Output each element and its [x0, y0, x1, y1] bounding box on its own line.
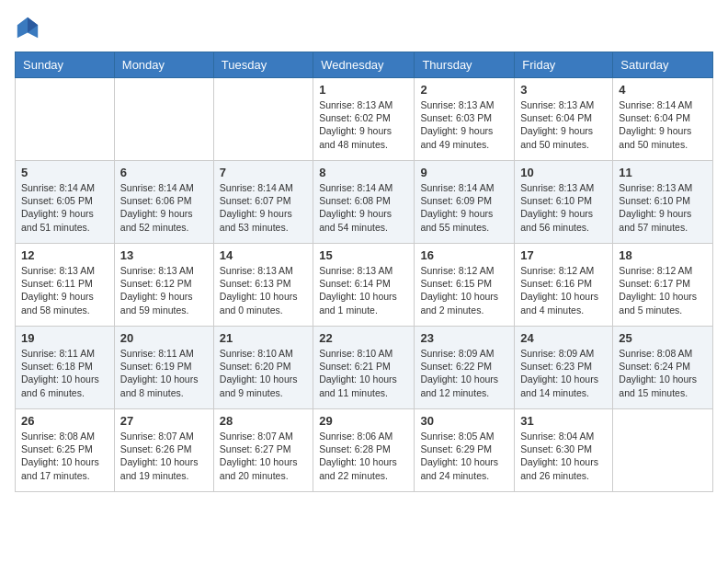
- day-info: Sunrise: 8:13 AM Sunset: 6:12 PM Dayligh…: [120, 264, 208, 316]
- day-number: 5: [21, 166, 108, 179]
- calendar-day-header: Thursday: [415, 52, 515, 78]
- logo-icon: [15, 15, 40, 40]
- calendar-cell: [613, 409, 713, 492]
- calendar-cell: 10Sunrise: 8:13 AM Sunset: 6:10 PM Dayli…: [515, 161, 613, 244]
- calendar-week-row: 26Sunrise: 8:08 AM Sunset: 6:25 PM Dayli…: [16, 409, 713, 492]
- calendar-cell: 27Sunrise: 8:07 AM Sunset: 6:26 PM Dayli…: [114, 409, 213, 492]
- day-number: 1: [319, 83, 408, 97]
- day-info: Sunrise: 8:11 AM Sunset: 6:19 PM Dayligh…: [120, 347, 208, 399]
- calendar-cell: 12Sunrise: 8:13 AM Sunset: 6:11 PM Dayli…: [16, 244, 115, 327]
- calendar-cell: 2Sunrise: 8:13 AM Sunset: 6:03 PM Daylig…: [415, 78, 515, 161]
- calendar-cell: 25Sunrise: 8:08 AM Sunset: 6:24 PM Dayli…: [613, 327, 713, 409]
- day-info: Sunrise: 8:04 AM Sunset: 6:30 PM Dayligh…: [520, 430, 607, 482]
- calendar-day-header: Tuesday: [213, 52, 313, 78]
- calendar-cell: 24Sunrise: 8:09 AM Sunset: 6:23 PM Dayli…: [515, 327, 613, 409]
- day-info: Sunrise: 8:08 AM Sunset: 6:25 PM Dayligh…: [21, 430, 108, 482]
- day-number: 11: [619, 166, 707, 179]
- day-info: Sunrise: 8:14 AM Sunset: 6:06 PM Dayligh…: [120, 181, 208, 234]
- day-info: Sunrise: 8:14 AM Sunset: 6:08 PM Dayligh…: [319, 181, 408, 234]
- calendar-cell: 8Sunrise: 8:14 AM Sunset: 6:08 PM Daylig…: [313, 161, 415, 244]
- day-info: Sunrise: 8:12 AM Sunset: 6:15 PM Dayligh…: [420, 264, 508, 316]
- day-info: Sunrise: 8:13 AM Sunset: 6:13 PM Dayligh…: [220, 264, 307, 316]
- day-number: 20: [120, 331, 208, 345]
- day-info: Sunrise: 8:13 AM Sunset: 6:04 PM Dayligh…: [520, 98, 607, 151]
- day-info: Sunrise: 8:13 AM Sunset: 6:10 PM Dayligh…: [520, 181, 607, 234]
- calendar-cell: 14Sunrise: 8:13 AM Sunset: 6:13 PM Dayli…: [213, 244, 313, 327]
- calendar-header-row: SundayMondayTuesdayWednesdayThursdayFrid…: [16, 52, 713, 78]
- calendar-week-row: 5Sunrise: 8:14 AM Sunset: 6:05 PM Daylig…: [16, 161, 713, 244]
- calendar-cell: 30Sunrise: 8:05 AM Sunset: 6:29 PM Dayli…: [415, 409, 515, 492]
- day-info: Sunrise: 8:13 AM Sunset: 6:02 PM Dayligh…: [319, 98, 408, 151]
- logo: [15, 15, 44, 40]
- day-number: 25: [619, 331, 707, 345]
- day-number: 13: [120, 248, 208, 262]
- day-info: Sunrise: 8:14 AM Sunset: 6:04 PM Dayligh…: [619, 98, 707, 151]
- day-number: 8: [319, 166, 408, 179]
- day-info: Sunrise: 8:10 AM Sunset: 6:21 PM Dayligh…: [319, 347, 408, 399]
- calendar-table: SundayMondayTuesdayWednesdayThursdayFrid…: [15, 52, 713, 492]
- day-number: 2: [420, 83, 508, 97]
- calendar-cell: 20Sunrise: 8:11 AM Sunset: 6:19 PM Dayli…: [114, 327, 213, 409]
- day-number: 31: [520, 414, 607, 428]
- day-number: 24: [520, 331, 607, 345]
- day-number: 7: [220, 166, 307, 179]
- calendar-cell: [213, 78, 313, 161]
- day-number: 18: [619, 248, 707, 262]
- calendar-week-row: 19Sunrise: 8:11 AM Sunset: 6:18 PM Dayli…: [16, 327, 713, 409]
- calendar-cell: 1Sunrise: 8:13 AM Sunset: 6:02 PM Daylig…: [313, 78, 415, 161]
- day-info: Sunrise: 8:09 AM Sunset: 6:23 PM Dayligh…: [520, 347, 607, 399]
- day-info: Sunrise: 8:07 AM Sunset: 6:26 PM Dayligh…: [120, 430, 208, 482]
- day-number: 30: [420, 414, 508, 428]
- calendar-day-header: Sunday: [16, 52, 115, 78]
- calendar-cell: 26Sunrise: 8:08 AM Sunset: 6:25 PM Dayli…: [16, 409, 115, 492]
- calendar-cell: 5Sunrise: 8:14 AM Sunset: 6:05 PM Daylig…: [16, 161, 115, 244]
- calendar-day-header: Saturday: [613, 52, 713, 78]
- calendar-cell: 15Sunrise: 8:13 AM Sunset: 6:14 PM Dayli…: [313, 244, 415, 327]
- calendar-cell: 29Sunrise: 8:06 AM Sunset: 6:28 PM Dayli…: [313, 409, 415, 492]
- calendar-cell: 21Sunrise: 8:10 AM Sunset: 6:20 PM Dayli…: [213, 327, 313, 409]
- calendar-cell: 16Sunrise: 8:12 AM Sunset: 6:15 PM Dayli…: [415, 244, 515, 327]
- day-info: Sunrise: 8:13 AM Sunset: 6:11 PM Dayligh…: [21, 264, 108, 316]
- calendar-day-header: Monday: [114, 52, 213, 78]
- day-info: Sunrise: 8:10 AM Sunset: 6:20 PM Dayligh…: [220, 347, 307, 399]
- calendar-cell: 4Sunrise: 8:14 AM Sunset: 6:04 PM Daylig…: [613, 78, 713, 161]
- calendar-cell: 23Sunrise: 8:09 AM Sunset: 6:22 PM Dayli…: [415, 327, 515, 409]
- calendar-cell: 3Sunrise: 8:13 AM Sunset: 6:04 PM Daylig…: [515, 78, 613, 161]
- calendar-cell: [114, 78, 213, 161]
- day-info: Sunrise: 8:07 AM Sunset: 6:27 PM Dayligh…: [220, 430, 307, 482]
- calendar-cell: 13Sunrise: 8:13 AM Sunset: 6:12 PM Dayli…: [114, 244, 213, 327]
- day-number: 17: [520, 248, 607, 262]
- calendar-cell: 9Sunrise: 8:14 AM Sunset: 6:09 PM Daylig…: [415, 161, 515, 244]
- day-info: Sunrise: 8:11 AM Sunset: 6:18 PM Dayligh…: [21, 347, 108, 399]
- calendar-cell: 7Sunrise: 8:14 AM Sunset: 6:07 PM Daylig…: [213, 161, 313, 244]
- day-info: Sunrise: 8:14 AM Sunset: 6:07 PM Dayligh…: [220, 181, 307, 234]
- calendar-cell: 18Sunrise: 8:12 AM Sunset: 6:17 PM Dayli…: [613, 244, 713, 327]
- day-number: 12: [21, 248, 108, 262]
- day-info: Sunrise: 8:14 AM Sunset: 6:05 PM Dayligh…: [21, 181, 108, 234]
- day-info: Sunrise: 8:13 AM Sunset: 6:10 PM Dayligh…: [619, 181, 707, 234]
- calendar-cell: [16, 78, 115, 161]
- page-header: [15, 15, 713, 40]
- day-number: 15: [319, 248, 408, 262]
- calendar-cell: 17Sunrise: 8:12 AM Sunset: 6:16 PM Dayli…: [515, 244, 613, 327]
- calendar-cell: 6Sunrise: 8:14 AM Sunset: 6:06 PM Daylig…: [114, 161, 213, 244]
- calendar-cell: 11Sunrise: 8:13 AM Sunset: 6:10 PM Dayli…: [613, 161, 713, 244]
- calendar-day-header: Wednesday: [313, 52, 415, 78]
- calendar-cell: 28Sunrise: 8:07 AM Sunset: 6:27 PM Dayli…: [213, 409, 313, 492]
- day-number: 23: [420, 331, 508, 345]
- day-number: 28: [220, 414, 307, 428]
- calendar-week-row: 1Sunrise: 8:13 AM Sunset: 6:02 PM Daylig…: [16, 78, 713, 161]
- day-info: Sunrise: 8:05 AM Sunset: 6:29 PM Dayligh…: [420, 430, 508, 482]
- day-number: 14: [220, 248, 307, 262]
- calendar-week-row: 12Sunrise: 8:13 AM Sunset: 6:11 PM Dayli…: [16, 244, 713, 327]
- day-info: Sunrise: 8:12 AM Sunset: 6:16 PM Dayligh…: [520, 264, 607, 316]
- day-number: 16: [420, 248, 508, 262]
- day-number: 26: [21, 414, 108, 428]
- day-info: Sunrise: 8:06 AM Sunset: 6:28 PM Dayligh…: [319, 430, 408, 482]
- day-info: Sunrise: 8:12 AM Sunset: 6:17 PM Dayligh…: [619, 264, 707, 316]
- day-number: 9: [420, 166, 508, 179]
- day-number: 6: [120, 166, 208, 179]
- day-number: 27: [120, 414, 208, 428]
- day-number: 29: [319, 414, 408, 428]
- calendar-cell: 19Sunrise: 8:11 AM Sunset: 6:18 PM Dayli…: [16, 327, 115, 409]
